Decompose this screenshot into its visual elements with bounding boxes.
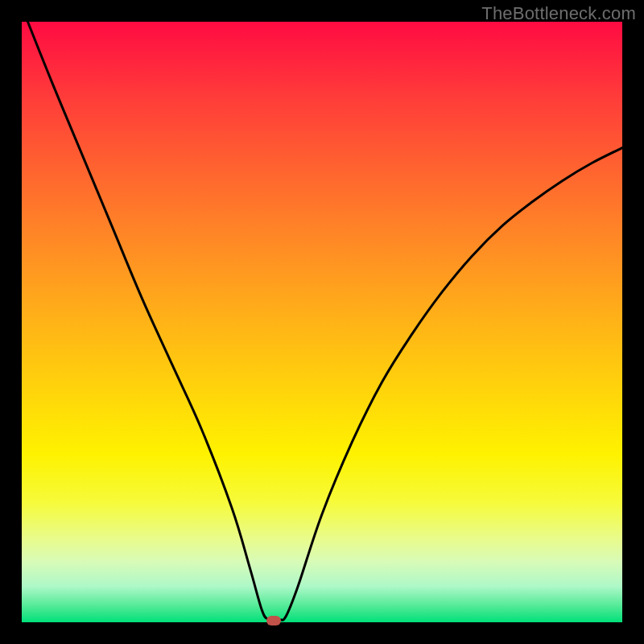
plot-area [22,22,622,622]
curve-svg [22,22,622,622]
bottleneck-curve [27,22,622,621]
chart-frame: TheBottleneck.com [0,0,644,644]
minimum-marker [266,616,281,625]
